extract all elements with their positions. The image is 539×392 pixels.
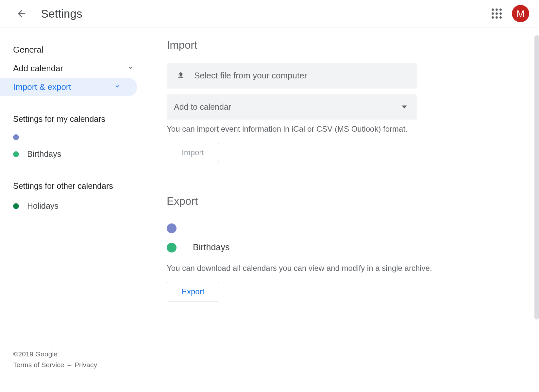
export-button[interactable]: Export	[167, 282, 219, 302]
sidebar-item-general[interactable]: General	[0, 41, 150, 59]
privacy-link[interactable]: Privacy	[75, 359, 97, 370]
my-calendar-item[interactable]: Birthdays	[0, 145, 150, 163]
file-select-button[interactable]: Select file from your computer	[167, 63, 417, 89]
calendar-label: Holidays	[27, 201, 59, 211]
other-calendars-header: Settings for other calendars	[0, 163, 150, 197]
header-left: Settings	[15, 7, 82, 21]
chevron-down-icon	[114, 82, 121, 92]
triangle-down-icon	[402, 106, 407, 108]
calendar-color-dot	[167, 243, 177, 253]
sidebar-item-import-export[interactable]: Import & export	[0, 78, 137, 96]
copyright: ©2019 Google	[13, 349, 137, 360]
terms-link[interactable]: Terms of Service	[13, 359, 64, 370]
export-helper-text: You can download all calendars you can v…	[167, 264, 523, 273]
sidebar: General Add calendar Import & export Set…	[0, 27, 150, 390]
page-title: Settings	[41, 7, 82, 20]
import-helper-text: You can import event information in iCal…	[167, 124, 523, 134]
chevron-down-icon	[127, 63, 134, 74]
export-section: Export Birthdays You can download all ca…	[167, 195, 523, 302]
export-title: Export	[167, 195, 523, 207]
import-button[interactable]: Import	[167, 143, 219, 162]
export-calendar-list: Birthdays	[167, 219, 523, 257]
main-content: Import Select file from your computer Ad…	[150, 27, 539, 390]
file-select-label: Select file from your computer	[194, 71, 307, 81]
arrow-left-icon	[16, 8, 27, 19]
sidebar-footer: ©2019 Google Terms of Service – Privacy	[0, 349, 150, 377]
import-title: Import	[167, 39, 523, 51]
back-arrow-button[interactable]	[15, 7, 28, 21]
upload-icon	[177, 71, 185, 81]
sidebar-item-label: General	[13, 45, 43, 55]
account-avatar[interactable]: M	[512, 5, 529, 22]
calendar-label: Birthdays	[193, 242, 230, 253]
footer-separator: –	[67, 359, 71, 370]
header: Settings M	[0, 0, 539, 27]
sidebar-item-label: Import & export	[13, 82, 71, 92]
dropdown-label: Add to calendar	[174, 102, 231, 112]
scrollbar[interactable]	[534, 35, 539, 319]
apps-grid-icon	[492, 8, 502, 19]
calendar-color-dot	[13, 134, 19, 140]
export-calendar-item	[167, 219, 523, 238]
import-section: Import Select file from your computer Ad…	[167, 39, 523, 162]
sidebar-item-label: Add calendar	[13, 63, 63, 74]
my-calendars-header: Settings for my calendars	[0, 96, 150, 130]
my-calendar-item[interactable]	[0, 130, 150, 145]
calendar-color-dot	[13, 203, 19, 209]
header-right: M	[490, 5, 529, 22]
apps-button[interactable]	[490, 8, 503, 20]
export-calendar-item: Birthdays	[167, 238, 523, 257]
body-container: General Add calendar Import & export Set…	[0, 27, 539, 390]
sidebar-item-add-calendar[interactable]: Add calendar	[0, 59, 150, 78]
other-calendar-item[interactable]: Holidays	[0, 197, 150, 215]
calendar-color-dot	[13, 151, 19, 157]
add-to-calendar-dropdown[interactable]: Add to calendar	[167, 94, 417, 120]
calendar-color-dot	[167, 223, 177, 233]
calendar-label: Birthdays	[27, 149, 61, 159]
